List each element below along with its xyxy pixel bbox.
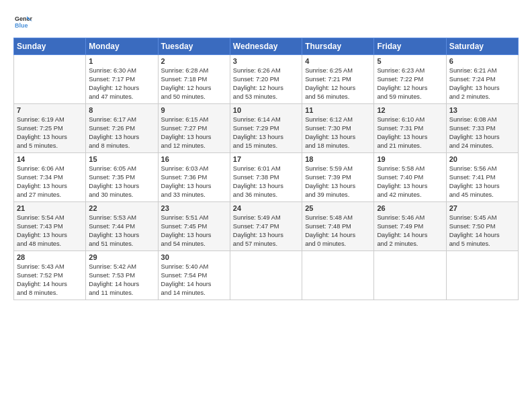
calendar-body: 1Sunrise: 6:30 AM Sunset: 7:17 PM Daylig… — [14, 55, 519, 300]
svg-text:General: General — [15, 15, 32, 22]
day-info: Sunrise: 6:30 AM Sunset: 7:17 PM Dayligh… — [89, 66, 154, 101]
day-info: Sunrise: 5:46 AM Sunset: 7:49 PM Dayligh… — [377, 214, 443, 248]
day-info: Sunrise: 5:54 AM Sunset: 7:43 PM Dayligh… — [17, 214, 83, 248]
calendar-cell: 7Sunrise: 6:19 AM Sunset: 7:25 PM Daylig… — [14, 104, 86, 153]
calendar-cell: 2Sunrise: 6:28 AM Sunset: 7:18 PM Daylig… — [158, 55, 230, 104]
header-cell-thursday: Thursday — [302, 38, 374, 55]
calendar-cell: 21Sunrise: 5:54 AM Sunset: 7:43 PM Dayli… — [14, 202, 86, 251]
day-info: Sunrise: 6:12 AM Sunset: 7:30 PM Dayligh… — [305, 116, 371, 150]
calendar-table: SundayMondayTuesdayWednesdayThursdayFrid… — [13, 38, 519, 300]
week-row-3: 14Sunrise: 6:06 AM Sunset: 7:34 PM Dayli… — [14, 153, 519, 202]
day-info: Sunrise: 5:40 AM Sunset: 7:54 PM Dayligh… — [161, 263, 227, 298]
calendar-cell: 26Sunrise: 5:46 AM Sunset: 7:49 PM Dayli… — [374, 202, 446, 251]
calendar-header: SundayMondayTuesdayWednesdayThursdayFrid… — [14, 38, 519, 55]
day-info: Sunrise: 5:51 AM Sunset: 7:45 PM Dayligh… — [161, 214, 227, 248]
calendar-cell: 4Sunrise: 6:25 AM Sunset: 7:21 PM Daylig… — [302, 55, 374, 104]
header-cell-wednesday: Wednesday — [230, 38, 302, 55]
day-number: 29 — [89, 253, 154, 261]
day-info: Sunrise: 5:42 AM Sunset: 7:53 PM Dayligh… — [89, 263, 154, 298]
day-number: 15 — [89, 155, 154, 163]
day-number: 26 — [377, 204, 443, 212]
day-info: Sunrise: 6:25 AM Sunset: 7:21 PM Dayligh… — [305, 66, 371, 101]
day-number: 14 — [17, 155, 83, 163]
svg-text:Blue: Blue — [15, 22, 28, 29]
week-row-2: 7Sunrise: 6:19 AM Sunset: 7:25 PM Daylig… — [14, 104, 519, 153]
day-number: 17 — [233, 155, 299, 163]
day-info: Sunrise: 6:26 AM Sunset: 7:20 PM Dayligh… — [233, 66, 299, 101]
week-row-5: 28Sunrise: 5:43 AM Sunset: 7:52 PM Dayli… — [14, 251, 519, 300]
calendar-cell: 25Sunrise: 5:48 AM Sunset: 7:48 PM Dayli… — [302, 202, 374, 251]
day-number: 22 — [89, 204, 154, 212]
day-number: 25 — [305, 204, 371, 212]
day-info: Sunrise: 6:21 AM Sunset: 7:24 PM Dayligh… — [449, 66, 515, 101]
day-info: Sunrise: 6:14 AM Sunset: 7:29 PM Dayligh… — [233, 116, 299, 150]
header: General Blue — [13, 12, 519, 31]
day-number: 18 — [305, 155, 371, 163]
calendar-cell — [230, 251, 302, 300]
header-cell-tuesday: Tuesday — [158, 38, 230, 55]
calendar-cell: 28Sunrise: 5:43 AM Sunset: 7:52 PM Dayli… — [14, 251, 86, 300]
day-number: 19 — [377, 155, 443, 163]
calendar-cell: 8Sunrise: 6:17 AM Sunset: 7:26 PM Daylig… — [86, 104, 158, 153]
day-info: Sunrise: 6:23 AM Sunset: 7:22 PM Dayligh… — [377, 66, 443, 101]
calendar-cell: 11Sunrise: 6:12 AM Sunset: 7:30 PM Dayli… — [302, 104, 374, 153]
calendar-cell: 5Sunrise: 6:23 AM Sunset: 7:22 PM Daylig… — [374, 55, 446, 104]
day-info: Sunrise: 5:45 AM Sunset: 7:50 PM Dayligh… — [449, 214, 515, 248]
calendar-cell: 22Sunrise: 5:53 AM Sunset: 7:44 PM Dayli… — [86, 202, 158, 251]
day-info: Sunrise: 6:01 AM Sunset: 7:38 PM Dayligh… — [233, 165, 299, 199]
day-info: Sunrise: 6:03 AM Sunset: 7:36 PM Dayligh… — [161, 165, 227, 199]
day-info: Sunrise: 6:17 AM Sunset: 7:26 PM Dayligh… — [89, 116, 154, 150]
calendar-cell: 27Sunrise: 5:45 AM Sunset: 7:50 PM Dayli… — [446, 202, 518, 251]
calendar-cell — [302, 251, 374, 300]
calendar-cell: 3Sunrise: 6:26 AM Sunset: 7:20 PM Daylig… — [230, 55, 302, 104]
calendar-cell: 20Sunrise: 5:56 AM Sunset: 7:41 PM Dayli… — [446, 153, 518, 202]
logo: General Blue — [13, 12, 35, 31]
day-info: Sunrise: 6:15 AM Sunset: 7:27 PM Dayligh… — [161, 116, 227, 150]
week-row-4: 21Sunrise: 5:54 AM Sunset: 7:43 PM Dayli… — [14, 202, 519, 251]
calendar-cell: 30Sunrise: 5:40 AM Sunset: 7:54 PM Dayli… — [158, 251, 230, 300]
day-info: Sunrise: 5:53 AM Sunset: 7:44 PM Dayligh… — [89, 214, 154, 248]
day-info: Sunrise: 6:28 AM Sunset: 7:18 PM Dayligh… — [161, 66, 227, 101]
calendar-cell: 15Sunrise: 6:05 AM Sunset: 7:35 PM Dayli… — [86, 153, 158, 202]
calendar-cell: 16Sunrise: 6:03 AM Sunset: 7:36 PM Dayli… — [158, 153, 230, 202]
calendar-cell: 13Sunrise: 6:08 AM Sunset: 7:33 PM Dayli… — [446, 104, 518, 153]
day-info: Sunrise: 5:48 AM Sunset: 7:48 PM Dayligh… — [305, 214, 371, 248]
day-number: 2 — [161, 57, 227, 65]
day-info: Sunrise: 5:43 AM Sunset: 7:52 PM Dayligh… — [17, 263, 83, 298]
day-number: 24 — [233, 204, 299, 212]
calendar-cell: 17Sunrise: 6:01 AM Sunset: 7:38 PM Dayli… — [230, 153, 302, 202]
page: General Blue SundayMondayTuesdayWednesda… — [0, 0, 532, 411]
day-info: Sunrise: 6:19 AM Sunset: 7:25 PM Dayligh… — [17, 116, 83, 150]
calendar-cell: 23Sunrise: 5:51 AM Sunset: 7:45 PM Dayli… — [158, 202, 230, 251]
calendar-cell: 12Sunrise: 6:10 AM Sunset: 7:31 PM Dayli… — [374, 104, 446, 153]
calendar-cell — [374, 251, 446, 300]
day-number: 7 — [17, 106, 83, 114]
calendar-cell — [446, 251, 518, 300]
day-number: 27 — [449, 204, 515, 212]
day-number: 30 — [161, 253, 227, 261]
logo-icon: General Blue — [13, 12, 32, 31]
day-number: 13 — [449, 106, 515, 114]
day-info: Sunrise: 6:08 AM Sunset: 7:33 PM Dayligh… — [449, 116, 515, 150]
day-number: 1 — [89, 57, 154, 65]
day-number: 8 — [89, 106, 154, 114]
calendar-cell: 14Sunrise: 6:06 AM Sunset: 7:34 PM Dayli… — [14, 153, 86, 202]
day-number: 10 — [233, 106, 299, 114]
day-number: 23 — [161, 204, 227, 212]
day-info: Sunrise: 6:10 AM Sunset: 7:31 PM Dayligh… — [377, 116, 443, 150]
day-info: Sunrise: 5:59 AM Sunset: 7:39 PM Dayligh… — [305, 165, 371, 199]
header-cell-saturday: Saturday — [446, 38, 518, 55]
day-number: 16 — [161, 155, 227, 163]
calendar-cell: 10Sunrise: 6:14 AM Sunset: 7:29 PM Dayli… — [230, 104, 302, 153]
day-info: Sunrise: 6:05 AM Sunset: 7:35 PM Dayligh… — [89, 165, 154, 199]
calendar-cell: 18Sunrise: 5:59 AM Sunset: 7:39 PM Dayli… — [302, 153, 374, 202]
calendar-cell: 29Sunrise: 5:42 AM Sunset: 7:53 PM Dayli… — [86, 251, 158, 300]
day-number: 20 — [449, 155, 515, 163]
day-number: 11 — [305, 106, 371, 114]
calendar-cell: 6Sunrise: 6:21 AM Sunset: 7:24 PM Daylig… — [446, 55, 518, 104]
calendar-cell: 9Sunrise: 6:15 AM Sunset: 7:27 PM Daylig… — [158, 104, 230, 153]
day-info: Sunrise: 6:06 AM Sunset: 7:34 PM Dayligh… — [17, 165, 83, 199]
day-number: 6 — [449, 57, 515, 65]
day-number: 4 — [305, 57, 371, 65]
header-cell-friday: Friday — [374, 38, 446, 55]
